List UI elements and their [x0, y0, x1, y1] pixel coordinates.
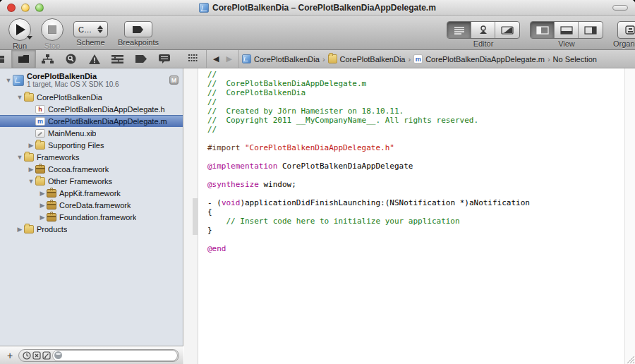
sidebar-item-label: CorePlotBalkenDia [37, 93, 102, 102]
breakpoints-button[interactable] [124, 21, 152, 37]
disclosure-triangle-icon[interactable]: ▼ [16, 154, 24, 161]
code-line[interactable]: } [207, 226, 624, 235]
navigator-panel-segment[interactable] [531, 22, 555, 38]
code-line[interactable] [207, 235, 624, 244]
minimize-window-button[interactable] [21, 4, 30, 12]
code-line[interactable]: { [207, 207, 624, 217]
standard-editor-segment[interactable] [447, 22, 471, 38]
zoom-window-button[interactable] [35, 4, 44, 12]
sidebar-item[interactable]: hCorePlotBalkenDiaAppDelegate.h [0, 103, 183, 115]
sidebar-item[interactable]: ▼Frameworks [0, 151, 183, 163]
log-navigator-icon[interactable] [152, 50, 176, 68]
filter-icon [54, 351, 62, 359]
breadcrumb-separator: › [548, 55, 550, 63]
folder-icon [24, 93, 34, 102]
breakpoints-label: Breakpoints [118, 38, 159, 47]
add-file-button[interactable]: + [4, 350, 16, 361]
resize-grip-icon[interactable] [625, 354, 634, 363]
symbol-navigator-icon[interactable] [36, 50, 59, 68]
breadcrumb-project[interactable]: CorePlotBalkenDia [242, 54, 320, 63]
fold-ribbon-segment[interactable] [193, 198, 198, 235]
disclosure-triangle-icon[interactable]: ▼ [16, 94, 24, 101]
sidebar-item[interactable]: ▶AppKit.framework [0, 187, 183, 199]
disclosure-triangle-icon[interactable]: ▶ [27, 166, 35, 173]
source-editor[interactable]: //// CorePlotBalkenDiaAppDelegate.m// Co… [184, 68, 635, 364]
forward-button[interactable]: ▶ [222, 54, 235, 63]
assistant-editor-segment[interactable] [471, 22, 495, 38]
code-line[interactable] [207, 171, 624, 180]
code-pane[interactable]: //// CorePlotBalkenDiaAppDelegate.m// Co… [199, 68, 624, 364]
version-editor-segment[interactable] [495, 22, 519, 38]
editor-gutter[interactable] [184, 68, 198, 364]
disclosure-triangle-icon[interactable]: ▼ [4, 77, 13, 84]
framework-icon [47, 213, 56, 222]
back-button[interactable]: ◀ [210, 54, 222, 63]
assistant-icon [477, 25, 490, 35]
code-line[interactable] [207, 189, 624, 198]
run-dropdown-icon[interactable] [27, 36, 32, 40]
search-navigator-icon[interactable] [59, 50, 83, 68]
sidebar-item-label: Products [37, 225, 67, 233]
code-line[interactable] [207, 152, 624, 162]
code-line[interactable]: @end [207, 244, 624, 253]
close-window-button[interactable] [7, 4, 16, 12]
traffic-lights [7, 4, 44, 12]
run-button[interactable] [8, 18, 31, 41]
code-line[interactable]: // Copyright 2011 __MyCompanyName__. All… [207, 116, 624, 125]
project-navigator-icon[interactable] [12, 50, 35, 68]
breadcrumb-selection[interactable]: No Selection [553, 55, 597, 63]
breadcrumb-file[interactable]: m CorePlotBalkenDiaAppDelegate.m [413, 54, 545, 63]
code-line[interactable]: #import "CorePlotBalkenDiaAppDelegate.h" [207, 143, 624, 152]
code-line[interactable]: // CorePlotBalkenDia [207, 88, 624, 97]
code-line[interactable]: // Created by Jörn Hameister on 18.10.11… [207, 107, 624, 116]
disclosure-triangle-icon[interactable]: ▶ [38, 202, 47, 209]
code-line[interactable]: - (void)applicationDidFinishLaunching:(N… [207, 198, 624, 207]
disclosure-triangle-icon[interactable]: ▶ [16, 226, 24, 233]
sidebar-item[interactable]: ▼CorePlotBalkenDia [0, 91, 183, 103]
scheme-popup[interactable]: C… [73, 21, 108, 37]
utilities-panel-segment[interactable] [579, 22, 603, 38]
debug-area-segment[interactable] [555, 22, 579, 38]
sidebar-item[interactable]: ▶Foundation.framework [0, 211, 183, 223]
issue-navigator-icon[interactable] [83, 50, 106, 68]
sidebar-item[interactable]: ▶CoreData.framework [0, 199, 183, 211]
breakpoint-navigator-icon[interactable] [129, 50, 152, 68]
sidebar-item[interactable]: MainMenu.xib [0, 127, 183, 139]
code-line[interactable]: // Insert code here to initialize your a… [207, 217, 624, 226]
debug-navigator-icon[interactable] [106, 50, 129, 68]
code-line[interactable]: // [207, 125, 624, 134]
disclosure-triangle-icon[interactable]: ▶ [38, 214, 47, 221]
code-line[interactable]: // CorePlotBalkenDiaAppDelegate.m [207, 79, 624, 88]
code-line[interactable]: @synthesize window; [207, 180, 624, 189]
disclosure-triangle-icon[interactable]: ▶ [38, 190, 47, 197]
code-line[interactable]: @implementation CorePlotBalkenDiaAppDele… [207, 162, 624, 171]
toolbar-toggle-button[interactable] [612, 5, 628, 11]
scm-status-icon[interactable] [32, 351, 42, 360]
filter-input[interactable] [52, 350, 178, 361]
breadcrumb-separator: › [408, 55, 411, 63]
stop-label: Stop [44, 42, 61, 50]
recent-files-icon[interactable] [22, 351, 32, 360]
related-items-button[interactable] [184, 54, 203, 63]
sidebar-item[interactable]: ▶Products [0, 223, 183, 235]
code-line[interactable] [207, 134, 624, 143]
disclosure-triangle-icon[interactable]: ▼ [27, 178, 35, 185]
sidebar-item[interactable]: ▶Supporting Files [0, 139, 183, 151]
sidebar-item-label: AppKit.framework [59, 189, 121, 198]
right-panel-icon [584, 26, 597, 35]
stop-button[interactable] [41, 18, 64, 41]
sidebar-item-subtitle: 1 target, Mac OS X SDK 10.6 [27, 80, 119, 89]
unsaved-files-icon[interactable] [42, 351, 52, 360]
editor-scrollbar[interactable] [624, 68, 635, 364]
organizer-button[interactable] [617, 21, 635, 39]
breadcrumb-group[interactable]: CorePlotBalkenDia [328, 54, 406, 63]
disclosure-triangle-icon[interactable]: ▶ [27, 142, 35, 149]
sidebar-item[interactable]: ▼CorePlotBalkenDia1 target, Mac OS X SDK… [0, 70, 183, 91]
h-file-icon: h [35, 105, 45, 114]
sidebar-item[interactable]: ▼Other Frameworks [0, 175, 183, 187]
sidebar-item[interactable]: ▶Cocoa.framework [0, 163, 183, 175]
folder-icon [35, 177, 45, 186]
sidebar-item[interactable]: mCorePlotBalkenDiaAppDelegate.m [0, 115, 183, 127]
code-line[interactable]: // [207, 97, 624, 107]
code-line[interactable]: // [207, 70, 624, 79]
